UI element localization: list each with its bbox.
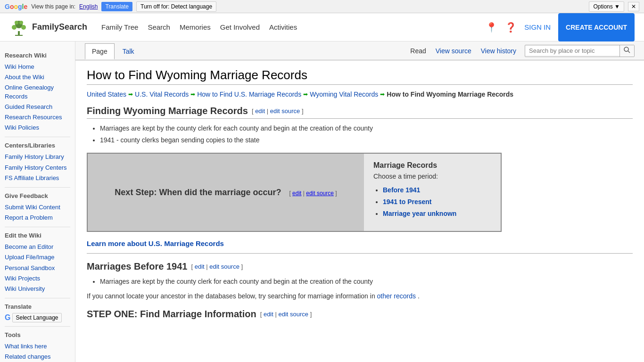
marriage-before-1941-link[interactable]: Before 1941: [383, 186, 420, 194]
translate-bar: Google View this page in: English Transl…: [0, 0, 644, 13]
list-item: 1941 - county clerks began sending copie…: [100, 135, 633, 145]
sidebar-item-wiki-university[interactable]: Wiki University: [5, 284, 70, 294]
marriage-box-left-content: Next Step: When did the marriage occur? …: [115, 188, 337, 197]
sidebar-item-upload-file[interactable]: Upload File/Image: [5, 252, 70, 263]
sidebar-item-guided-research[interactable]: Guided Research: [5, 102, 70, 112]
nav-search[interactable]: Search: [148, 23, 170, 31]
tab-page[interactable]: Page: [85, 43, 115, 59]
breadcrumb-wyoming-vital[interactable]: Wyoming Vital Records: [310, 90, 378, 98]
sidebar-item-fhc[interactable]: Family History Centers: [5, 163, 70, 173]
create-account-button[interactable]: CREATE ACCOUNT: [558, 13, 635, 41]
wiki-tabs: Page Talk Read View source View history: [75, 41, 644, 60]
sidebar-tools-title: Tools: [5, 331, 70, 338]
section1-heading-text: Finding Wyoming Marriage Records: [87, 106, 248, 116]
nav-memories[interactable]: Memories: [180, 23, 211, 31]
section1-edit-source-link[interactable]: edit source: [270, 107, 300, 115]
section1-edit-link[interactable]: edit: [255, 107, 265, 115]
logo-link[interactable]: FamilySearch: [9, 18, 87, 37]
translate-button[interactable]: Translate: [101, 2, 132, 11]
page-layout: Research Wiki Wiki Home About the Wiki O…: [0, 41, 644, 362]
marriage-1941-present-link[interactable]: 1941 to Present: [383, 198, 432, 206]
sidebar-item-about-wiki[interactable]: About the Wiki: [5, 72, 70, 82]
sidebar-edit-title: Edit the Wiki: [5, 232, 70, 239]
other-records-link[interactable]: other records: [377, 292, 416, 300]
search-wiki-input[interactable]: [525, 46, 619, 55]
marriage-box-edit-inline: [ edit | edit source ]: [289, 190, 337, 197]
sidebar-item-what-links[interactable]: What links here: [5, 341, 70, 352]
breadcrumb-arrow-1: ➡: [128, 91, 133, 98]
sidebar-item-sandbox[interactable]: Personal Sandbox: [5, 263, 70, 273]
para1-end: .: [418, 292, 420, 300]
section2-edit-link[interactable]: edit: [195, 263, 205, 270]
section1-heading: Finding Wyoming Marriage Records [ edit …: [87, 106, 633, 119]
marriage-box-edit-link[interactable]: edit: [292, 190, 301, 197]
search-wiki: [525, 45, 635, 57]
sidebar-item-related-changes[interactable]: Related changes: [5, 352, 70, 362]
marriage-box-edit-source-link[interactable]: edit source: [306, 190, 334, 197]
svg-rect-1: [18, 31, 20, 35]
article-title: How to Find Wyoming Marriage Records: [87, 68, 633, 85]
learn-more-section: Learn more about U.S. Marriage Records: [87, 239, 633, 254]
section1-edit-links: [ edit | edit source ]: [252, 107, 304, 115]
turnoff-button[interactable]: Turn off for: Detect language: [136, 1, 216, 12]
para1-text: If you cannot locate your ancestor in th…: [87, 292, 375, 300]
main-content: Page Talk Read View source View history: [75, 41, 644, 362]
sign-in-link[interactable]: SIGN IN: [524, 23, 551, 31]
section3-edit-source-link[interactable]: edit source: [278, 311, 308, 318]
nav-activities[interactable]: Activities: [269, 23, 297, 31]
search-icon: [624, 47, 630, 53]
help-icon[interactable]: ❓: [505, 22, 517, 33]
location-icon[interactable]: 📍: [486, 22, 497, 33]
marriage-box-links-list: Before 1941 1941 to Present Marriage yea…: [373, 185, 491, 219]
main-nav: Family Tree Search Memories Get Involved…: [101, 23, 297, 31]
sidebar-item-submit-wiki[interactable]: Submit Wiki Content: [5, 202, 70, 213]
sidebar-item-become-editor[interactable]: Become an Editor: [5, 242, 70, 252]
search-wiki-button[interactable]: [619, 45, 634, 57]
sidebar-translate-title: Translate: [5, 303, 70, 310]
close-button[interactable]: ✕: [628, 2, 639, 11]
learn-more-link[interactable]: Learn more about U.S. Marriage Records: [87, 239, 224, 247]
marriage-box-left: Next Step: When did the marriage occur? …: [88, 154, 364, 231]
breadcrumb-us-marriage[interactable]: How to Find U.S. Marriage Records: [197, 90, 301, 98]
header: FamilySearch Family Tree Search Memories…: [0, 13, 644, 41]
sidebar-item-wiki-projects[interactable]: Wiki Projects: [5, 273, 70, 284]
sidebar-item-research-resources[interactable]: Research Resources: [5, 112, 70, 123]
tab-action-view-source[interactable]: View source: [431, 45, 476, 57]
sidebar-feedback-title: Give Feedback: [5, 192, 70, 199]
sidebar-item-fs-affiliate[interactable]: FS Affiliate Libraries: [5, 173, 70, 183]
section1-list: Marriages are kept by the county clerk f…: [87, 123, 633, 145]
marriage-box-right-heading: Marriage Records: [373, 161, 491, 170]
svg-point-7: [19, 21, 23, 25]
marriage-year-unknown-link[interactable]: Marriage year unknown: [383, 210, 456, 217]
sidebar-item-wiki-home[interactable]: Wiki Home: [5, 62, 70, 72]
tab-action-read[interactable]: Read: [405, 45, 430, 57]
section3-edit-link[interactable]: edit: [264, 311, 273, 318]
translate-language-link[interactable]: English: [79, 3, 98, 10]
tab-action-view-history[interactable]: View history: [476, 45, 521, 57]
section2-edit-source-link[interactable]: edit source: [209, 263, 239, 270]
svg-point-6: [15, 21, 18, 25]
section2-heading-text: Marriages Before 1941: [87, 261, 187, 272]
translate-label: View this page in:: [31, 3, 75, 10]
list-item: 1941 to Present: [383, 197, 491, 207]
sidebar: Research Wiki Wiki Home About the Wiki O…: [0, 41, 75, 362]
sidebar-item-wiki-policies[interactable]: Wiki Policies: [5, 123, 70, 133]
sidebar-item-report-problem[interactable]: Report a Problem: [5, 213, 70, 223]
nav-get-involved[interactable]: Get Involved: [220, 23, 260, 31]
marriage-records-box: Next Step: When did the marriage occur? …: [87, 153, 502, 232]
options-button[interactable]: Options ▼: [589, 1, 624, 12]
select-language-button[interactable]: Select Language: [12, 313, 61, 322]
section3-heading-text: STEP ONE: Find Marriage Information: [87, 309, 256, 320]
breadcrumb-us[interactable]: United States: [87, 90, 126, 98]
tab-talk[interactable]: Talk: [116, 43, 141, 59]
google-translate-widget: G Select Language: [5, 313, 70, 322]
sidebar-research-wiki-title: Research Wiki: [5, 52, 70, 59]
nav-family-tree[interactable]: Family Tree: [101, 23, 138, 31]
logo-text: FamilySearch: [32, 22, 87, 32]
marriage-box-right-sub: Choose a time period:: [373, 172, 491, 181]
sidebar-item-online-genealogy[interactable]: Online Genealogy Records: [5, 82, 70, 101]
sidebar-item-fhl[interactable]: Family History Library: [5, 152, 70, 162]
tab-actions: Read View source View history: [405, 45, 635, 57]
breadcrumb-us-vital[interactable]: U.S. Vital Records: [135, 90, 189, 98]
svg-point-5: [21, 25, 26, 30]
